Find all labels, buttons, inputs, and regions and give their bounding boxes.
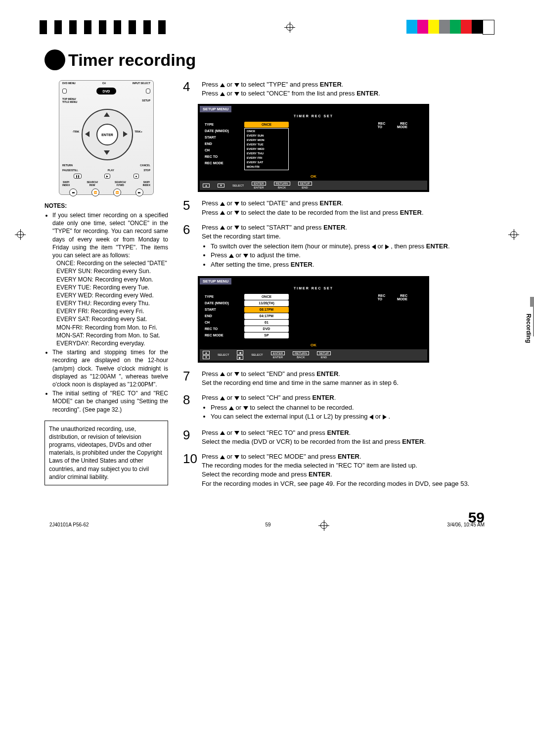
section-thumb-tab: Recording [524, 307, 533, 350]
notes-bullet-3: The initial setting of "REC TO" and "REC… [52, 389, 168, 414]
step-4: 4 Press or to select "TYPE" and press EN… [183, 80, 490, 98]
step-number: 6 [183, 223, 197, 270]
remote-label-trk-plus: TRK+ [134, 130, 142, 133]
osd-screenshot-start: SETUP MENU TIMER REC SET TYPEDATE (MM/DD… [198, 276, 429, 363]
remote-control-illustration: DVD MENU CH INPUT SELECT DVD TOP MENU/ T… [59, 80, 154, 195]
remote-label-cancel: CANCEL [140, 164, 150, 167]
crop-marks-top [0, 0, 534, 40]
notes-bullet-1: If you select timer recording on a speci… [52, 211, 168, 347]
step6-bullet2: Press or to adjust the time. [211, 251, 490, 260]
step-number: 8 [183, 393, 197, 423]
notes-type-item: EVERY MON: Recording every Mon. [56, 276, 168, 284]
remote-label-rew: SEARCH/ REW [87, 181, 98, 187]
remote-enter-button: ENTER [96, 124, 118, 145]
osd1-subtitle: TIMER REC SET [200, 114, 427, 118]
step6-line2: Set the recording start time. [202, 232, 490, 241]
notes-section: NOTES: If you select timer recording on … [44, 202, 168, 414]
step-8: 8 Press or to select "CH" and press ENTE… [183, 393, 490, 423]
remote-label-trk-minus: -TRK [72, 130, 79, 133]
step10-line1: Press or to select "REC MODE" and press … [202, 452, 490, 461]
notes-type-item: EVERY SAT: Recording every Sat. [56, 315, 168, 323]
step4-line2: Press or to select "ONCE" from the list … [202, 89, 490, 98]
step-6: 6 Press or to select "START" and press E… [183, 223, 490, 270]
notes-type-item: EVERY FRI: Recording every Fri. [56, 307, 168, 315]
osd1-ok: OK [200, 174, 427, 179]
step-number: 10 [183, 452, 197, 488]
notes-b1-text: If you select timer recording on a speci… [52, 212, 168, 259]
registration-mark-bottom-icon [318, 520, 329, 531]
step6-line1: Press or to select "START" and press ENT… [202, 223, 490, 232]
down-arrow-icon [234, 83, 239, 87]
notes-type-item: MON-SAT: Recording from Mon. to Sat. [56, 331, 168, 339]
density-bars [40, 20, 173, 34]
step9-line2: Select the media (DVD or VCR) to be reco… [202, 437, 490, 446]
page-title: Timer recording [53, 50, 196, 70]
osd1-title: SETUP MENU [200, 106, 231, 112]
legal-notice-box: The unauthorized recording, use, distrib… [44, 421, 168, 485]
step5-line2: Press or to select the date to be record… [202, 208, 490, 217]
down-arrow-icon [234, 92, 239, 96]
up-arrow-icon [220, 83, 225, 87]
osd2-footer: ▲▼ SELECT ◀▶ SELECT ENTERENTER RETURNBAC… [200, 349, 427, 361]
step8-bullet2: You can select the external input (L1 or… [211, 412, 490, 421]
notes-type-item: ONCE: Recording on the selected "DATE" [56, 259, 168, 267]
step8-bullet1: Press or to select the channel to be rec… [211, 403, 490, 412]
osd2-title: SETUP MENU [200, 278, 231, 284]
step-number: 9 [183, 428, 197, 446]
notes-bullet-2: The starting and stopping times for the … [52, 348, 168, 388]
osd1-type-value: ONCE [244, 122, 289, 128]
page-number: 59 [44, 509, 490, 526]
remote-dvd-oval: DVD [96, 88, 116, 94]
step6-bullet3: After setting the time, press ENTER. [211, 260, 490, 269]
remote-label-input-select: INPUT SELECT [133, 82, 150, 85]
registration-mark-left-icon [15, 229, 26, 240]
remote-label-ffwd: SEARCH/ F.FWD [115, 181, 126, 187]
remote-label-skip-fwd: SKIP/ INDEX [143, 181, 150, 187]
notes-type-item: EVERY SUN: Recording every Sun. [56, 267, 168, 275]
osd1-footer: ▲▼ SELECT ENTERENTER RETURNBACK SETUPEND [200, 181, 427, 190]
step6-bullet1: To switch over the selection item (hour … [211, 242, 490, 251]
footer-timestamp: 3/4/06, 10:45 AM [447, 522, 485, 527]
notes-type-item: EVERY WED: Recording every Wed. [56, 291, 168, 299]
remote-label-skip-rev: SKIP/ INDEX [62, 181, 70, 187]
osd1-dropdown: ONCEEVERY SUNEVERY MONEVERY TUEEVERY WED… [244, 128, 289, 170]
step7-line1: Press or to select "END" and press ENTER… [202, 370, 490, 378]
step7-line2: Set the recording end time and time in t… [202, 378, 490, 387]
step8-line1: Press or to select "CH" and press ENTER. [202, 393, 490, 402]
registration-mark-icon [284, 22, 295, 33]
remote-dpad: ENTER -TRK TRK+ [79, 106, 134, 161]
remote-label-pause: PAUSE/STILL [62, 169, 78, 172]
remote-label-top-menu: TOP MENU/ TITLE MENU [62, 97, 77, 103]
page-title-row: Timer recording [44, 49, 490, 70]
step-10: 10 Press or to select "REC MODE" and pre… [183, 452, 490, 488]
osd-screenshot-type: SETUP MENU TIMER REC SET TYPEDATE (MM/DD… [198, 104, 429, 192]
step4-line1: Press or to select "TYPE" and press ENTE… [202, 80, 490, 89]
step-9: 9 Press or to select "REC TO" and press … [183, 428, 490, 446]
step10-line3: Select the recording mode and press ENTE… [202, 470, 490, 479]
color-bars [406, 20, 494, 35]
step10-line2: The recording modes for the media select… [202, 461, 490, 470]
step-7: 7 Press or to select "END" and press ENT… [183, 370, 490, 387]
remote-label-stop: STOP [143, 169, 150, 172]
osd2-subtitle: TIMER REC SET [200, 286, 427, 290]
remote-label-ch: CH [102, 82, 106, 85]
step10-line4: For the recording modes in VCR, see page… [202, 479, 490, 488]
notes-type-item: EVERY TUE: Recording every Tue. [56, 284, 168, 291]
step-number: 7 [183, 370, 197, 387]
step9-line1: Press or to select "REC TO" and press EN… [202, 428, 490, 437]
remote-label-return: RETURN [62, 164, 73, 167]
osd2-ok: OK [200, 343, 427, 347]
notes-type-item: MON-FRI: Recording from Mon. to Fri. [56, 324, 168, 331]
remote-label-dvd-menu: DVD MENU [62, 82, 76, 85]
notes-type-item: EVERYDAY: Recording everyday. [56, 339, 168, 347]
step-number: 4 [183, 80, 197, 98]
notes-heading: NOTES: [44, 202, 168, 209]
step-5: 5 Press or to select "DATE" and press EN… [183, 199, 490, 217]
registration-mark-right-icon [508, 229, 519, 240]
notes-type-item: EVERY THU: Recording every Thu. [56, 299, 168, 307]
up-arrow-icon [220, 92, 225, 96]
remote-label-play: PLAY [108, 169, 114, 172]
step5-line1: Press or to select "DATE" and press ENTE… [202, 199, 490, 208]
step-number: 5 [183, 199, 197, 217]
remote-label-setup: SETUP [142, 99, 150, 102]
